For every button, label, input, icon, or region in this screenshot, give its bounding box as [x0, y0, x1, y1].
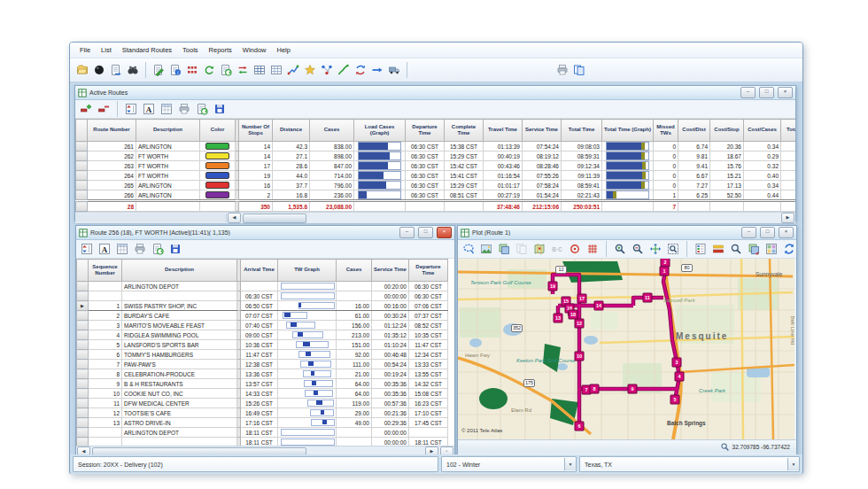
print-icon[interactable]	[176, 101, 192, 117]
row-selector[interactable]	[77, 360, 89, 369]
map-style-icon[interactable]	[531, 241, 547, 257]
menu-item-file[interactable]: File	[74, 44, 96, 56]
col-cps[interactable]: Cost/Stop	[710, 120, 744, 142]
close-button[interactable]: ×	[778, 87, 793, 98]
row-selector[interactable]	[77, 408, 89, 418]
edit-routes-icon[interactable]	[151, 62, 167, 78]
time-window-grid-2-icon[interactable]	[268, 62, 284, 78]
region-combo[interactable]: Texas, TX ▼	[579, 456, 800, 472]
col-load[interactable]: Load Cases (Graph)	[354, 120, 406, 142]
unassign-stop-icon[interactable]	[285, 62, 301, 78]
col-route[interactable]: Route Number	[88, 120, 136, 142]
horizontal-scrollbar[interactable]: ◀ ▶ ▫	[76, 446, 454, 454]
menu-item-help[interactable]: Help	[272, 44, 296, 56]
col-arr[interactable]: Arrival Time	[241, 260, 278, 282]
minimize-button[interactable]: –	[399, 227, 415, 238]
row-selector[interactable]	[77, 418, 89, 428]
globe-view-icon[interactable]	[91, 62, 107, 78]
col-color[interactable]: Color	[200, 120, 236, 142]
col-dep[interactable]: Departure Time	[409, 260, 448, 282]
row-selector[interactable]	[77, 379, 89, 389]
chevron-down-icon[interactable]: ▼	[564, 458, 576, 470]
load-assign-icon[interactable]	[386, 62, 402, 78]
col-tw[interactable]: TW Graph	[278, 260, 337, 282]
minimize-button[interactable]: –	[740, 87, 756, 98]
route-wizard-icon[interactable]	[302, 62, 318, 78]
stop-marker-6[interactable]: 6	[575, 422, 585, 431]
route-display-icon[interactable]	[710, 241, 726, 257]
col-svc[interactable]: Service Time	[372, 260, 409, 282]
send-report-icon[interactable]	[571, 62, 587, 78]
row-selector[interactable]	[77, 321, 89, 330]
row-selector[interactable]	[76, 142, 88, 151]
grid-layout-icon[interactable]	[159, 101, 174, 117]
find-location-icon[interactable]	[728, 241, 744, 257]
col-service[interactable]: Service Time	[523, 120, 562, 142]
row-selector[interactable]	[77, 428, 89, 438]
find-stops-icon[interactable]	[125, 62, 141, 78]
col-cost[interactable]: Total Cost	[781, 120, 796, 142]
col-cpd[interactable]: Cost/Dist	[678, 120, 710, 142]
map-grid-icon[interactable]	[585, 241, 601, 257]
refresh-routes-icon[interactable]	[218, 62, 234, 78]
row-selector[interactable]	[77, 389, 89, 399]
close-button[interactable]: ×	[779, 227, 794, 238]
minimize-button[interactable]: –	[741, 227, 756, 238]
recalculate-route-icon[interactable]	[201, 62, 217, 78]
row-height-icon[interactable]	[123, 101, 139, 117]
maximize-button[interactable]: □	[759, 87, 774, 98]
refresh-view-icon[interactable]	[194, 101, 210, 117]
stop-marker-8[interactable]: 8	[590, 384, 600, 394]
hscroll-thumb[interactable]	[92, 447, 306, 454]
scroll-left-icon[interactable]: ◀	[77, 446, 90, 454]
row-selector[interactable]	[77, 282, 89, 291]
import-data-icon[interactable]	[108, 62, 124, 78]
stop-marker-3[interactable]: 3	[672, 358, 682, 368]
scenario-combo[interactable]: 102 - Winter ▼	[441, 456, 577, 472]
print-icon[interactable]	[132, 241, 148, 257]
stop-marker-17[interactable]: 17	[577, 294, 587, 304]
map-canvas[interactable]: Tenison Park Golf CourseSunnyvaleSamuell…	[458, 259, 794, 439]
maximize-button[interactable]: □	[418, 227, 433, 238]
col-dist[interactable]: Distance	[273, 120, 310, 142]
menu-item-reports[interactable]: Reports	[204, 44, 237, 56]
print-preview-icon[interactable]	[554, 62, 570, 78]
center-route-icon[interactable]	[567, 241, 583, 257]
menu-item-tools[interactable]: Tools	[177, 44, 204, 56]
font-settings-icon[interactable]: A	[97, 241, 112, 257]
swap-stops-icon[interactable]	[353, 62, 368, 78]
col-tt[interactable]: Total Time (Graph)	[602, 120, 654, 142]
col-comp[interactable]: Complete Time	[445, 120, 484, 142]
stop-marker-12[interactable]: 12	[575, 319, 585, 329]
maximize-button[interactable]: □	[760, 227, 775, 238]
stop-marker-13[interactable]: 13	[554, 314, 563, 323]
optimize-route-icon[interactable]	[336, 62, 352, 78]
col-desc[interactable]: Description	[136, 120, 200, 142]
row-selector[interactable]	[77, 369, 89, 379]
stop-marker-5[interactable]: 5	[670, 395, 680, 405]
grid-layout-icon[interactable]	[114, 241, 130, 257]
time-window-grid-icon[interactable]	[252, 62, 267, 78]
route-properties-icon[interactable]: i	[167, 62, 183, 78]
row-selector[interactable]	[76, 161, 88, 171]
map-settings-icon[interactable]	[763, 241, 779, 257]
stop-marker-14[interactable]: 14	[594, 301, 604, 311]
map-legend-icon[interactable]	[693, 241, 709, 257]
row-height-icon[interactable]	[79, 241, 95, 257]
row-selector[interactable]	[77, 340, 89, 350]
stop-grid-icon[interactable]	[184, 62, 200, 78]
menu-item-window[interactable]: Window	[237, 44, 272, 56]
map-image-icon[interactable]	[478, 241, 494, 257]
stop-marker-18[interactable]: 18	[569, 310, 578, 320]
scroll-right-icon[interactable]: ▶	[425, 446, 438, 454]
lasso-zoom-icon[interactable]	[461, 241, 477, 257]
row-selector[interactable]: ▶	[77, 301, 89, 311]
row-selector[interactable]	[77, 399, 89, 408]
zoom-out-icon[interactable]	[630, 241, 646, 257]
send-to-map-icon[interactable]	[746, 241, 762, 257]
scroll-right-icon[interactable]: ▶	[781, 213, 794, 223]
save-layout-icon[interactable]	[167, 241, 183, 257]
col-travel[interactable]: Travel Time	[484, 120, 523, 142]
refresh-view-icon[interactable]	[150, 241, 166, 257]
refresh-map-icon[interactable]	[781, 241, 797, 257]
